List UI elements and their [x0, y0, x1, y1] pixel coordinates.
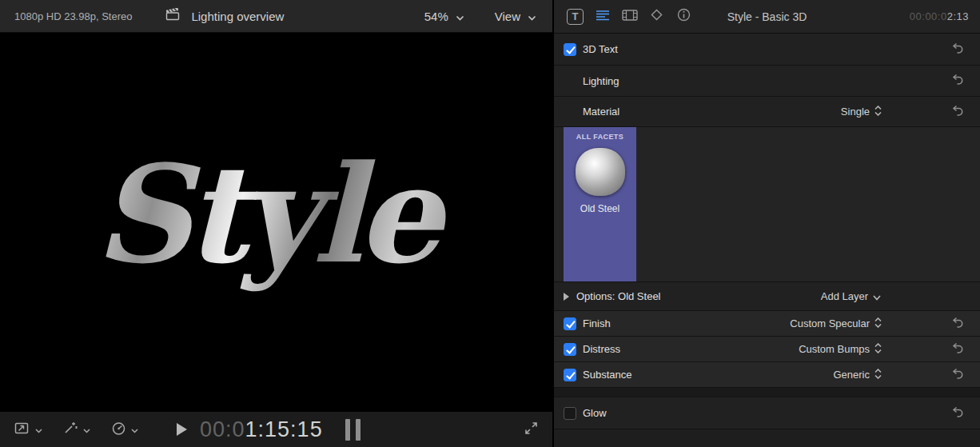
tab-format[interactable]	[592, 8, 612, 26]
substance-reset-button[interactable]	[952, 368, 964, 382]
reset-icon	[952, 342, 964, 357]
distress-value: Custom Bumps	[799, 343, 870, 355]
3d-text-checkbox[interactable]	[564, 43, 576, 56]
reset-icon	[952, 406, 964, 421]
inspector-title: Style - Basic 3D	[727, 10, 807, 23]
distress-label: Distress	[583, 343, 620, 355]
row-distress: Distress Custom Bumps	[554, 337, 980, 362]
substance-checkbox[interactable]	[564, 369, 576, 381]
retime-popup-icon	[111, 421, 126, 438]
substance-label: Substance	[583, 369, 631, 381]
distress-popup[interactable]: Custom Bumps	[799, 342, 882, 357]
row-3d-text: 3D Text	[554, 34, 980, 66]
inspector-timecode-dim: 00:00:0	[910, 10, 947, 22]
finish-checkbox[interactable]	[564, 317, 576, 330]
material-label: Material	[583, 106, 619, 118]
shape-tab-icon	[650, 8, 663, 25]
finish-reset-button[interactable]	[952, 317, 964, 331]
updown-chevrons-icon	[874, 368, 882, 382]
row-substance: Substance Generic	[554, 362, 980, 388]
material-value: Single	[841, 106, 870, 118]
disclosure-triangle-icon[interactable]	[564, 293, 569, 301]
zoom-value: 54%	[424, 10, 448, 23]
options-label: Options: Old Steel	[576, 290, 661, 302]
chevron-down-icon	[131, 422, 138, 437]
distress-checkbox[interactable]	[564, 343, 576, 356]
scrubber-bar	[356, 419, 361, 441]
material-reset-button[interactable]	[952, 105, 964, 119]
viewer-toolbar-right: 54% View	[424, 10, 536, 23]
facets-label: ALL FACETS	[576, 133, 623, 141]
inspector-header: T	[554, 0, 980, 34]
inspector-timecode: 00:00:02:13	[910, 10, 969, 22]
row-material: Material Single	[554, 97, 980, 127]
finish-popup[interactable]: Custom Specular	[790, 317, 882, 331]
viewer-pane: 1080p HD 23.98p, Stereo Lighting overvie…	[0, 0, 552, 447]
format-info: 1080p HD 23.98p, Stereo	[14, 10, 132, 22]
updown-chevrons-icon	[874, 105, 882, 119]
row-options: Options: Old Steel Add Layer	[554, 282, 980, 311]
section-divider	[554, 388, 980, 397]
transform-tool-button[interactable]	[14, 421, 42, 438]
tab-info[interactable]	[674, 8, 694, 26]
text-tab-icon: T	[567, 9, 584, 25]
chevron-down-icon	[456, 10, 464, 23]
material-popup[interactable]: Single	[841, 105, 882, 119]
view-dropdown[interactable]: View	[495, 10, 536, 23]
updown-chevrons-icon	[874, 342, 882, 357]
3d-text-reset-button[interactable]	[952, 42, 964, 57]
format-tab-icon	[596, 10, 610, 24]
distress-reset-button[interactable]	[952, 342, 964, 357]
tools-popup-button[interactable]	[63, 421, 90, 438]
lighting-label: Lighting	[583, 75, 619, 87]
glow-checkbox[interactable]	[564, 407, 576, 420]
timecode-dim: 00:0	[200, 417, 245, 441]
expand-button[interactable]	[524, 421, 538, 438]
add-layer-label: Add Layer	[821, 290, 868, 302]
video-tab-icon	[622, 10, 638, 24]
tools-popup-icon	[63, 421, 78, 438]
chevron-down-icon	[35, 422, 42, 437]
material-swatch-name: Old Steel	[580, 203, 619, 214]
inspector-pane: T	[552, 0, 980, 447]
material-swatch-old-steel[interactable]: ALL FACETS Old Steel	[564, 127, 636, 281]
add-layer-button[interactable]: Add Layer	[821, 289, 881, 304]
finish-label: Finish	[583, 317, 611, 329]
viewer-toolbar: 1080p HD 23.98p, Stereo Lighting overvie…	[0, 0, 552, 33]
tab-shape[interactable]	[647, 8, 667, 26]
substance-popup[interactable]: Generic	[833, 368, 882, 382]
chevron-down-icon	[873, 289, 881, 304]
material-well: ALL FACETS Old Steel	[554, 127, 980, 282]
inspector-timecode-bright: 2:13	[947, 10, 969, 22]
row-lighting: Lighting	[554, 66, 980, 97]
scrubber-marks[interactable]	[345, 419, 361, 441]
row-finish: Finish Custom Specular	[554, 311, 980, 337]
lighting-reset-button[interactable]	[952, 74, 964, 88]
substance-value: Generic	[833, 369, 870, 381]
updown-chevrons-icon	[874, 317, 882, 331]
view-label: View	[495, 10, 520, 23]
row-glow: Glow	[554, 397, 980, 429]
reset-icon	[952, 368, 964, 382]
chevron-down-icon	[528, 10, 536, 23]
zoom-dropdown[interactable]: 54%	[424, 10, 464, 23]
project-title: Lighting overview	[191, 10, 284, 23]
viewer-canvas: Style	[0, 34, 552, 411]
tab-video[interactable]	[619, 8, 639, 26]
tab-text[interactable]: T	[565, 8, 585, 26]
info-tab-icon	[677, 8, 691, 25]
reset-icon	[952, 317, 964, 331]
material-sphere-preview	[576, 148, 625, 196]
clapperboard-icon	[165, 8, 181, 24]
reset-icon	[952, 42, 964, 57]
finish-value: Custom Specular	[790, 317, 870, 329]
timecode-display[interactable]: 00:01:15:15	[200, 417, 323, 442]
retime-popup-button[interactable]	[111, 421, 138, 438]
glow-reset-button[interactable]	[952, 406, 964, 421]
reset-icon	[952, 105, 964, 119]
play-button[interactable]	[177, 423, 187, 436]
glow-label: Glow	[583, 407, 607, 419]
canvas-3d-text: Style	[94, 147, 458, 297]
project-title-group: Lighting overview	[165, 8, 284, 24]
scrubber-bar	[345, 419, 350, 441]
